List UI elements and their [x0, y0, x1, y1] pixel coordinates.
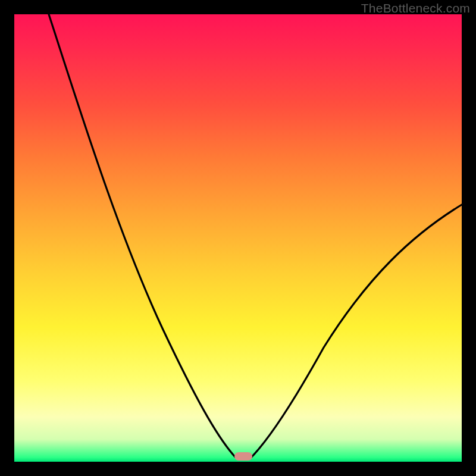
bottleneck-curve [14, 14, 462, 462]
attribution-text: TheBottleneck.com [361, 1, 470, 15]
optimal-marker [234, 452, 252, 461]
plot-area [14, 14, 462, 462]
chart-frame: TheBottleneck.com [0, 0, 476, 476]
